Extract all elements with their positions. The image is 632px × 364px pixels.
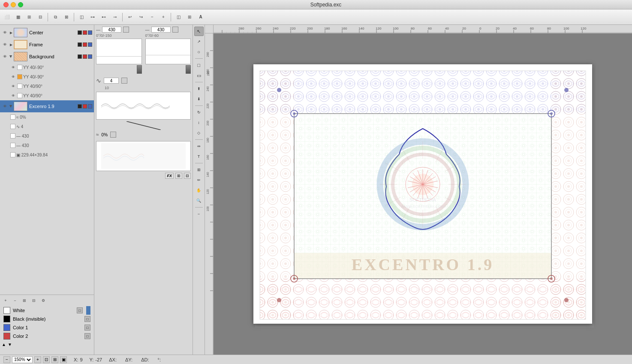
node-select-tool[interactable]: ↗	[194, 37, 204, 46]
settings-color-button[interactable]: ⚙	[39, 297, 47, 304]
lock-ex1[interactable]	[10, 114, 15, 120]
layer-subitem-ex5[interactable]: ▣ 229.44×39.84	[0, 150, 94, 159]
hand-tool[interactable]: ✋	[194, 186, 204, 195]
layer-subitem-yy3[interactable]: 👁 YY 40/90°	[0, 81, 94, 91]
close-button[interactable]	[3, 2, 9, 7]
group-button[interactable]: ⊞	[184, 12, 195, 22]
pen-tool[interactable]: ✏	[194, 175, 204, 185]
layer-subitem-yy2[interactable]: 👁 YY 40/-90°	[0, 72, 94, 81]
visibility-icon-yy2[interactable]: 👁	[10, 74, 16, 80]
visibility-icon-frame[interactable]: 👁	[2, 42, 8, 48]
slider-handle-right[interactable]	[186, 65, 191, 74]
text-tool[interactable]: T	[194, 152, 204, 161]
duplicate-color-button[interactable]: ⊞	[21, 297, 28, 304]
grid2-button[interactable]: ⊞	[24, 12, 34, 22]
new-button[interactable]: ⬜	[2, 12, 12, 22]
text-button[interactable]: A	[196, 12, 206, 22]
grid3-button[interactable]: ⊟	[35, 12, 45, 22]
expand-center[interactable]: ▶	[9, 30, 14, 35]
copy-button[interactable]: ⧉	[50, 12, 60, 22]
rectangle-tool[interactable]: □	[194, 60, 204, 70]
zoom-select[interactable]: 150% 100% 75% 50% 200%	[12, 356, 33, 363]
color-edit-black[interactable]: □	[84, 316, 90, 322]
lock-yy4[interactable]	[17, 93, 22, 98]
layers-button[interactable]: ⊞	[175, 173, 182, 179]
layer-subitem-ex4[interactable]: — 430	[0, 141, 94, 150]
visibility-icon-yy1[interactable]: 👁	[10, 64, 16, 70]
grid-display-button[interactable]: ⊞	[51, 356, 58, 363]
view-options-button[interactable]: ▣	[60, 356, 67, 363]
fx-button[interactable]: FX	[165, 173, 174, 179]
grid1-button[interactable]: ▦	[13, 12, 23, 22]
align1-button[interactable]: ◫	[76, 12, 87, 22]
align4-button[interactable]: ⊸	[110, 12, 120, 22]
layer-item-frame[interactable]: 👁 ▶ Frame	[0, 39, 94, 51]
lock-ex3[interactable]	[10, 133, 15, 138]
canvas-viewport[interactable]: EXCENTRO 1.9 SOFTPEDIA WWW.SOFTPEDIA.COM	[214, 33, 632, 355]
layer-subitem-ex2[interactable]: ∿ 4	[0, 122, 94, 131]
color-item-white[interactable]: White □	[2, 306, 92, 315]
transform-down-tool[interactable]: ⬇	[194, 94, 204, 104]
zoom-minus-button[interactable]: −	[3, 356, 10, 363]
scroll-down[interactable]: ▼	[8, 342, 12, 347]
scale-tool[interactable]: ↕	[194, 118, 204, 127]
color-item-color2[interactable]: Color 2 □	[2, 332, 92, 340]
visibility-icon-background[interactable]: 👁	[2, 54, 8, 60]
paste-button[interactable]: ⊠	[61, 12, 72, 22]
expand-background[interactable]: ▶	[9, 54, 14, 59]
layer-item-background[interactable]: 👁 ▶ Background	[0, 51, 94, 63]
align2-button[interactable]: ⊶	[87, 12, 98, 22]
grid-color-button[interactable]: ⊟	[30, 297, 38, 304]
shear-tool[interactable]: ◇	[194, 128, 204, 138]
lock-yy2[interactable]	[17, 74, 22, 79]
zoom-tool[interactable]: 🔍	[194, 196, 204, 205]
visibility-icon-yy4[interactable]: 👁	[10, 93, 16, 99]
zoom-plus-button[interactable]: +	[34, 356, 41, 363]
lock-ex2[interactable]	[10, 124, 15, 129]
rotate-tool[interactable]: ↻	[194, 108, 204, 117]
layer-subitem-yy4[interactable]: 👁 YY 40/90°	[0, 91, 94, 100]
arrow-select-tool[interactable]: ↖	[194, 27, 204, 36]
transform-up-tool[interactable]: ⬆	[194, 84, 204, 93]
expand-excenro[interactable]: ▶	[9, 104, 14, 109]
remove-color-button[interactable]: −	[11, 297, 19, 304]
rectangle2-tool[interactable]: ▭	[194, 71, 204, 80]
minimize-button[interactable]	[11, 2, 16, 7]
layer-subitem-ex3[interactable]: — 430	[0, 131, 94, 141]
layer-subitem-ex1[interactable]: ≈ 0%	[0, 112, 94, 122]
slider-handle-left[interactable]	[137, 65, 142, 74]
window-controls[interactable]	[3, 2, 23, 7]
color-edit-color2[interactable]: □	[84, 333, 90, 339]
expand-frame[interactable]: ▶	[9, 42, 14, 47]
layer-item-center[interactable]: 👁 ▶ Center	[0, 27, 94, 39]
visibility-icon-center[interactable]: 👁	[2, 30, 8, 36]
view-button[interactable]: ◫	[173, 12, 184, 22]
zoom-in-button[interactable]: +	[158, 12, 169, 22]
grid-view-tool[interactable]: ⊞	[194, 165, 204, 174]
lock-ex5[interactable]	[10, 152, 15, 157]
zoom-out-button[interactable]: −	[147, 12, 157, 22]
scroll-up[interactable]: ▲	[2, 342, 6, 347]
value-input-left[interactable]	[102, 27, 121, 33]
value-input-right[interactable]	[151, 27, 171, 33]
color-edit-white[interactable]: □	[77, 307, 83, 313]
lock-yy3[interactable]	[17, 84, 22, 89]
layer-item-excenro[interactable]: 👁 ▶ Excenro 1.9	[0, 100, 94, 112]
color-edit-color1[interactable]: □	[84, 325, 90, 331]
visibility-icon-yy3[interactable]: 👁	[10, 83, 16, 89]
duplicate-button[interactable]: ⊟	[184, 173, 191, 179]
layer-subitem-yy1[interactable]: 👁 YY 40/-90°	[0, 63, 94, 72]
fit-button[interactable]: ⊡	[43, 356, 50, 363]
minus-tool[interactable]: −	[194, 209, 204, 219]
visibility-icon-excenro[interactable]: 👁	[2, 103, 8, 109]
color-item-black[interactable]: Black (invisible) □	[2, 315, 92, 323]
mirror-tool[interactable]: ⇔	[194, 141, 204, 151]
color-item-color1[interactable]: Color 1 □	[2, 323, 92, 332]
add-color-button[interactable]: +	[2, 297, 9, 304]
lock-ex4[interactable]	[10, 143, 15, 148]
maximize-button[interactable]	[18, 2, 23, 7]
align3-button[interactable]: ⊷	[99, 12, 109, 22]
lock-yy1[interactable]	[17, 65, 22, 70]
wave-count-input[interactable]	[104, 78, 119, 84]
redo-button[interactable]: ↪	[136, 12, 146, 22]
